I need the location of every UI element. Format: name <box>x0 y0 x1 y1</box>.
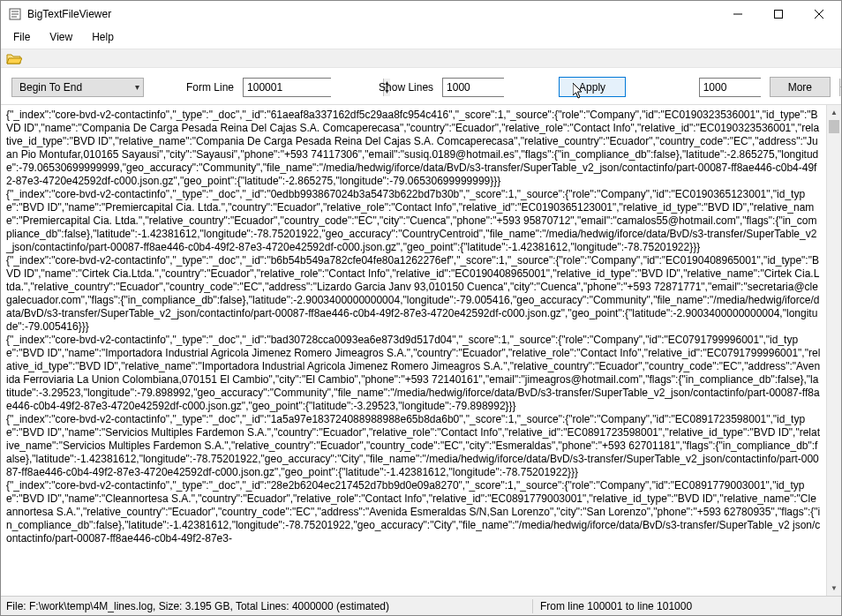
scroll-down-icon[interactable]: ▼ <box>827 581 841 596</box>
content-area: {"_index":"core-bvd-v2-contactinfo","_ty… <box>1 104 841 596</box>
menu-view[interactable]: View <box>46 29 76 45</box>
app-icon <box>8 7 22 21</box>
scroll-up-icon[interactable]: ▲ <box>827 105 841 120</box>
minimize-button[interactable] <box>718 1 758 27</box>
status-file-info: File: F:\work\temp\4M_lines.log, Size: 3… <box>1 600 530 612</box>
title-bar: BigTextFileViewer <box>1 1 841 27</box>
apply-button[interactable]: Apply <box>559 77 626 97</box>
status-separator <box>532 599 533 613</box>
close-button[interactable] <box>799 1 839 27</box>
scroll-track[interactable] <box>827 120 841 581</box>
more-button[interactable]: More <box>770 77 831 97</box>
controls-row: Begin To End ▾ Form Line ▲ ▼ Show Lines … <box>1 68 841 104</box>
show-lines-spinner[interactable]: ▲ ▼ <box>442 78 504 97</box>
maximize-button[interactable] <box>758 1 799 27</box>
form-line-spinner[interactable]: ▲ ▼ <box>243 78 331 97</box>
show-lines-label: Show Lines <box>379 81 433 94</box>
open-file-icon[interactable] <box>6 52 22 64</box>
scroll-thumb[interactable] <box>829 120 839 133</box>
text-viewer[interactable]: {"_index":"core-bvd-v2-contactinfo","_ty… <box>1 105 826 596</box>
toolbar <box>1 49 841 68</box>
menu-help[interactable]: Help <box>88 29 117 45</box>
form-line-input[interactable] <box>244 79 383 96</box>
direction-dropdown[interactable]: Begin To End ▾ <box>11 78 144 97</box>
menu-bar: File View Help <box>1 27 841 49</box>
svg-rect-5 <box>775 11 783 19</box>
form-line-label: Form Line <box>186 81 234 94</box>
menu-file[interactable]: File <box>10 29 34 45</box>
chevron-down-icon: ▾ <box>135 82 139 92</box>
direction-selected: Begin To End <box>19 81 135 94</box>
status-bar: File: F:\work\temp\4M_lines.log, Size: 3… <box>1 596 841 615</box>
right-spinner[interactable]: ▲ ▼ <box>699 78 761 97</box>
vertical-scrollbar[interactable]: ▲ ▼ <box>826 105 841 596</box>
status-line-range: From line 100001 to line 101000 <box>535 600 697 612</box>
window-title: BigTextFileViewer <box>27 8 718 20</box>
